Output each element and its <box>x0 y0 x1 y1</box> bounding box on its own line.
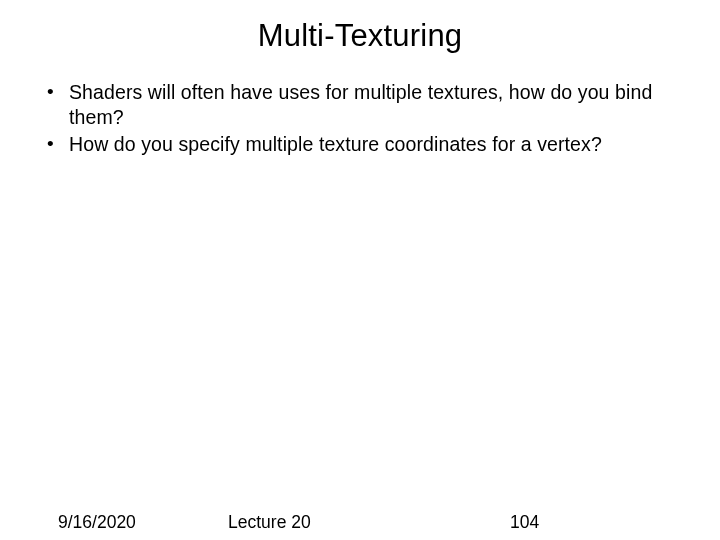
list-item: Shaders will often have uses for multipl… <box>69 80 685 130</box>
footer-lecture: Lecture 20 <box>228 512 311 533</box>
bullet-list: Shaders will often have uses for multipl… <box>35 80 685 157</box>
slide: Multi-Texturing Shaders will often have … <box>0 0 720 540</box>
list-item: How do you specify multiple texture coor… <box>69 132 685 157</box>
slide-title: Multi-Texturing <box>35 18 685 54</box>
footer-page-number: 104 <box>510 512 539 533</box>
footer-date: 9/16/2020 <box>58 512 136 533</box>
